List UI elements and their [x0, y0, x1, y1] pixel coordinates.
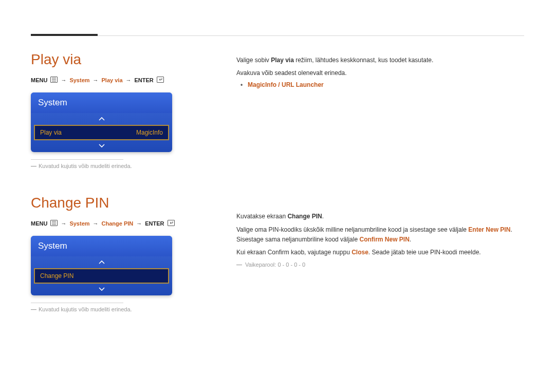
section-title-play-via: Play via	[31, 51, 206, 68]
note-default-pin: ―Vaikeparool: 0 - 0 - 0 - 0	[236, 262, 524, 268]
breadcrumb-enter: ENTER	[145, 220, 164, 227]
breadcrumb-system: System	[69, 220, 89, 227]
caption-change-pin: ―Kuvatud kujutis võib mudeliti erineda.	[31, 306, 206, 312]
text-bold: Play via	[271, 57, 294, 64]
breadcrumb-enter: ENTER	[135, 77, 154, 83]
text-accent: Close	[351, 249, 368, 256]
text: .	[322, 213, 324, 220]
desc-play-via: Valige sobiv Play via režiim, lähtudes k…	[236, 55, 524, 88]
breadcrumb-menu: MENU	[31, 77, 47, 83]
left-column: Play via MENU → System → Play via → ENTE…	[31, 51, 206, 338]
chevron-up-icon[interactable]	[31, 256, 172, 268]
osd-header: System	[31, 236, 172, 256]
dash-icon: ―	[236, 262, 242, 268]
enter-icon	[168, 220, 175, 226]
para: Kui ekraan Confirm kaob, vajutage nuppu …	[236, 248, 524, 257]
osd-row-change-pin[interactable]: Change PIN	[34, 268, 169, 284]
text: Kui ekraan Confirm kaob, vajutage nuppu	[236, 249, 351, 256]
text: Kuvatakse ekraan	[236, 213, 287, 220]
breadcrumb-change-pin: MENU → System → Change PIN → ENTER	[31, 220, 206, 227]
osd-panel-play-via: System Play via MagicInfo	[31, 92, 172, 152]
note-text: Vaikeparool: 0 - 0 - 0 - 0	[245, 262, 305, 268]
dash-icon: ―	[31, 306, 36, 312]
breadcrumb-sep: →	[61, 220, 66, 227]
menu-icon	[50, 77, 58, 83]
text: Valige oma PIN-koodiks ükskõik milline n…	[236, 226, 468, 233]
text: .	[410, 236, 411, 243]
breadcrumb-system: System	[69, 77, 89, 83]
menu-icon	[50, 220, 58, 226]
osd-row-label: Change PIN	[40, 272, 73, 279]
para: Avakuva võib seadest olenevalt erineda.	[236, 68, 524, 78]
osd-header: System	[31, 92, 172, 113]
text: režiim, lähtudes keskkonnast, kus toodet…	[294, 57, 433, 64]
section-title-change-pin: Change PIN	[31, 195, 206, 211]
text-accent: Enter New PIN	[468, 226, 510, 233]
dash-icon: ―	[31, 163, 36, 169]
caption-text: Kuvatud kujutis võib mudeliti erineda.	[39, 306, 132, 312]
caption-rule	[31, 303, 123, 303]
breadcrumb-play-via-item: Play via	[102, 77, 123, 83]
breadcrumb-sep: →	[136, 220, 142, 227]
osd-panel-change-pin: System Change PIN	[31, 236, 172, 295]
enter-icon	[157, 77, 164, 83]
section-play-via: Play via MENU → System → Play via → ENTE…	[31, 51, 206, 169]
text: Valige sobiv	[236, 57, 271, 64]
osd-row-play-via[interactable]: Play via MagicInfo	[34, 125, 169, 140]
osd-row-label: Play via	[40, 129, 62, 136]
text-accent: Confirm New PIN	[359, 236, 409, 243]
breadcrumb-play-via: MENU → System → Play via → ENTER	[31, 77, 206, 83]
osd-row-value: MagicInfo	[136, 129, 163, 136]
bullet-magicinfo: MagicInfo / URL Launcher	[236, 81, 524, 88]
breadcrumb-sep: →	[61, 77, 66, 83]
chevron-down-icon[interactable]	[31, 284, 172, 295]
breadcrumb-sep: →	[126, 77, 132, 83]
caption-text: Kuvatud kujutis võib mudeliti erineda.	[39, 163, 132, 169]
para: Valige oma PIN-koodiks ükskõik milline n…	[236, 225, 524, 245]
para: Kuvatakse ekraan Change PIN.	[236, 212, 524, 221]
breadcrumb-sep: →	[93, 220, 99, 227]
caption-rule	[31, 159, 123, 160]
breadcrumb-sep: →	[93, 77, 99, 83]
breadcrumb-change-pin-item: Change PIN	[102, 220, 134, 227]
chevron-up-icon[interactable]	[31, 113, 172, 125]
top-rule	[31, 31, 524, 36]
section-change-pin: Change PIN MENU → System → Change PIN → …	[31, 195, 206, 312]
right-column: Valige sobiv Play via režiim, lähtudes k…	[236, 51, 524, 338]
caption-play-via: ―Kuvatud kujutis võib mudeliti erineda.	[31, 163, 206, 169]
desc-change-pin: Kuvatakse ekraan Change PIN. Valige oma …	[236, 212, 524, 268]
text-bold: Change PIN	[287, 213, 322, 220]
breadcrumb-menu: MENU	[31, 220, 47, 227]
para: Valige sobiv Play via režiim, lähtudes k…	[236, 55, 524, 65]
text: . Seade jätab teie uue PIN-koodi meelde.	[368, 249, 481, 256]
chevron-down-icon[interactable]	[31, 140, 172, 152]
